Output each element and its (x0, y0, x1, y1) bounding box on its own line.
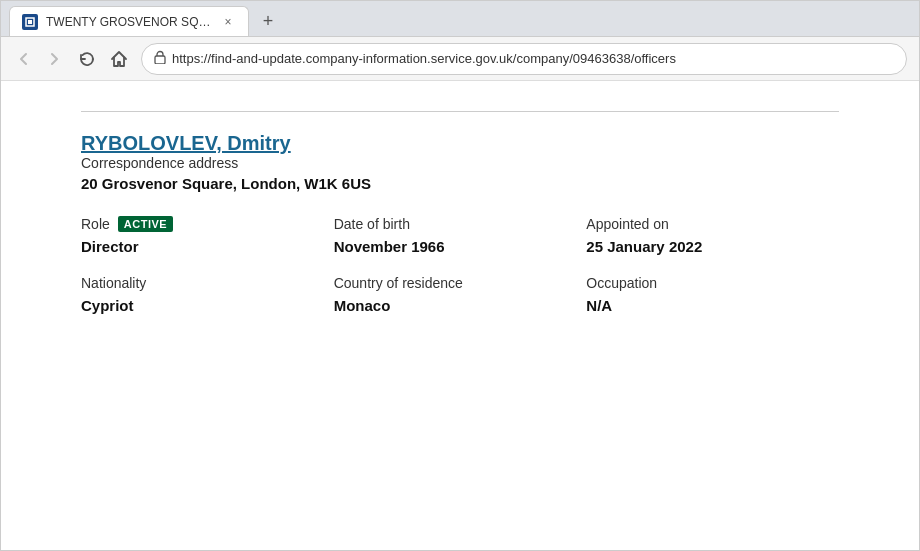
role-label-row: Role ACTIVE (81, 216, 334, 232)
home-button[interactable] (105, 45, 133, 73)
appointed-label: Appointed on (586, 216, 839, 232)
officer-name-link[interactable]: RYBOLOVLEV, Dmitry (81, 132, 291, 154)
role-value: Director (81, 238, 334, 255)
lock-icon (154, 50, 166, 67)
role-label: Role (81, 216, 110, 232)
refresh-button[interactable] (73, 45, 101, 73)
appointed-value: 25 January 2022 (586, 238, 839, 255)
back-button[interactable] (9, 45, 37, 73)
section-divider (81, 111, 839, 112)
svg-rect-1 (28, 20, 32, 24)
tab-bar: TWENTY GROSVENOR SQUARE I × + (1, 1, 919, 37)
browser-window: TWENTY GROSVENOR SQUARE I × + (0, 0, 920, 551)
dob-cell: Date of birth November 1966 (334, 216, 587, 255)
svg-rect-2 (155, 56, 165, 64)
page-content: RYBOLOVLEV, Dmitry Correspondence addres… (1, 81, 919, 550)
forward-button[interactable] (41, 45, 69, 73)
officer-info-grid: Role ACTIVE Director Date of birth Novem… (81, 216, 839, 255)
occupation-value: N/A (586, 297, 839, 314)
tab-title: TWENTY GROSVENOR SQUARE I (46, 15, 212, 29)
nationality-value: Cypriot (81, 297, 334, 314)
country-label: Country of residence (334, 275, 587, 291)
active-badge: ACTIVE (118, 216, 173, 232)
country-value: Monaco (334, 297, 587, 314)
country-cell: Country of residence Monaco (334, 275, 587, 314)
toolbar: https://find-and-update.company-informat… (1, 37, 919, 81)
occupation-label: Occupation (586, 275, 839, 291)
url-text: https://find-and-update.company-informat… (172, 51, 894, 66)
correspondence-label: Correspondence address (81, 155, 839, 171)
tab-favicon (22, 14, 38, 30)
address-bar[interactable]: https://find-and-update.company-informat… (141, 43, 907, 75)
nationality-cell: Nationality Cypriot (81, 275, 334, 314)
tab-close-button[interactable]: × (220, 14, 236, 30)
nationality-label: Nationality (81, 275, 334, 291)
dob-label: Date of birth (334, 216, 587, 232)
new-tab-button[interactable]: + (253, 6, 283, 36)
occupation-cell: Occupation N/A (586, 275, 839, 314)
correspondence-address-value: 20 Grosvenor Square, London, W1K 6US (81, 175, 839, 192)
officer-second-row: Nationality Cypriot Country of residence… (81, 275, 839, 314)
dob-value: November 1966 (334, 238, 587, 255)
role-cell: Role ACTIVE Director (81, 216, 334, 255)
active-tab[interactable]: TWENTY GROSVENOR SQUARE I × (9, 6, 249, 36)
appointed-cell: Appointed on 25 January 2022 (586, 216, 839, 255)
